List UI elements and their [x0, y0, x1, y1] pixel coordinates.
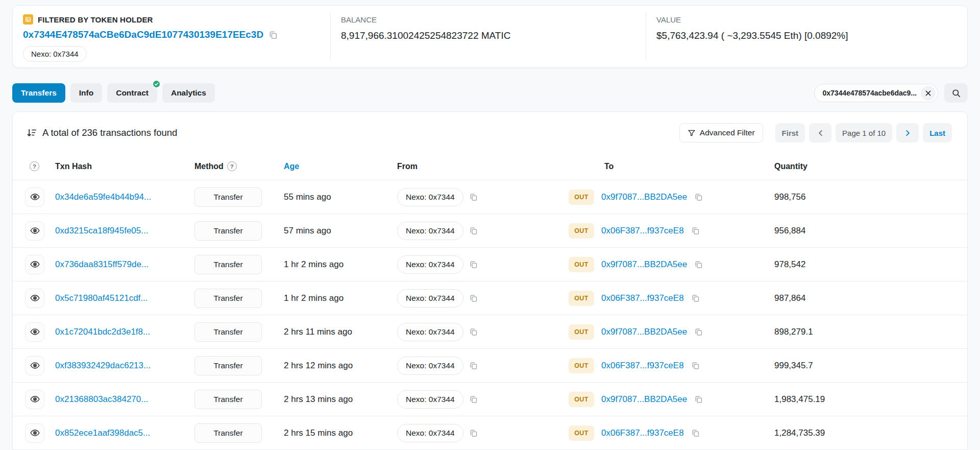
from-address-tag[interactable]: Nexo: 0x7344 [397, 323, 463, 341]
to-address-link[interactable]: 0x06F387...f937ceE8 [601, 361, 684, 371]
to-address-link[interactable]: 0x9f7087...BB2DA5ee [601, 259, 687, 270]
copy-icon [469, 193, 478, 201]
from-address-tag[interactable]: Nexo: 0x7344 [397, 357, 463, 375]
method-badge: Transfer [194, 356, 262, 375]
table-row: 0x5c71980af45121cdf... Transfer 1 hr 2 m… [13, 281, 967, 315]
age-value: 1 hr 2 mins ago [284, 259, 344, 269]
next-page-button[interactable] [896, 123, 919, 143]
eye-button[interactable] [25, 289, 44, 308]
quantity-value: 998,756 [774, 192, 805, 202]
help-icon[interactable]: ? [227, 161, 237, 171]
copy-from-button[interactable] [469, 193, 478, 201]
balance-label: BALANCE [341, 15, 635, 24]
to-address-link[interactable]: 0x06F387...f937ceE8 [601, 226, 684, 236]
header-method: Method [194, 162, 224, 171]
txn-hash-link[interactable]: 0x736daa8315ff579de... [55, 259, 149, 269]
eye-icon [30, 326, 40, 337]
eye-icon [30, 360, 40, 371]
eye-button[interactable] [25, 187, 44, 207]
to-address-link[interactable]: 0x9f7087...BB2DA5ee [601, 394, 687, 405]
to-address-link[interactable]: 0x9f7087...BB2DA5ee [601, 327, 687, 337]
to-address-link[interactable]: 0x9f7087...BB2DA5ee [601, 192, 687, 202]
copy-to-button[interactable] [691, 294, 700, 302]
copy-icon [694, 395, 703, 404]
txn-hash-link[interactable]: 0x852ece1aaf398dac5... [55, 428, 150, 438]
to-address-link[interactable]: 0x06F387...f937ceE8 [601, 293, 684, 303]
txn-hash-link[interactable]: 0xd3215ca18f945fe05... [55, 226, 148, 235]
token-holder-icon [23, 14, 33, 25]
direction-badge: OUT [569, 392, 594, 407]
eye-button[interactable] [25, 322, 44, 342]
copy-from-button[interactable] [469, 395, 478, 404]
txn-hash-link[interactable]: 0x34de6a59fe4b44b94... [55, 192, 151, 202]
copy-icon [469, 429, 478, 437]
from-address-tag[interactable]: Nexo: 0x7344 [397, 222, 463, 240]
tabs-row: Transfers Info Contract Analytics 0x7344… [12, 83, 968, 103]
quantity-value: 898,279.1 [774, 327, 813, 337]
first-page-button[interactable]: First [775, 123, 805, 143]
advanced-filter-button[interactable]: Advanced Filter [679, 123, 763, 143]
table-row: 0x736daa8315ff579de... Transfer 1 hr 2 m… [13, 248, 967, 281]
copy-from-button[interactable] [469, 429, 478, 437]
copy-to-button[interactable] [694, 260, 703, 269]
copy-icon [694, 193, 703, 201]
quantity-value: 1,284,735.39 [774, 428, 825, 438]
search-button[interactable] [944, 83, 968, 103]
chevron-right-icon [904, 130, 911, 136]
txn-hash-link[interactable]: 0x1c72041bdc2d3e1f8... [55, 327, 150, 337]
from-address-tag[interactable]: Nexo: 0x7344 [397, 390, 463, 409]
copy-to-button[interactable] [694, 327, 703, 336]
table-row: 0x852ece1aaf398dac5... Transfer 2 hrs 15… [13, 416, 967, 450]
to-address-link[interactable]: 0x06F387...f937ceE8 [601, 428, 684, 438]
copy-icon [694, 260, 703, 269]
age-value: 55 mins ago [284, 192, 331, 202]
tab-contract[interactable]: Contract [107, 83, 157, 103]
copy-to-button[interactable] [691, 226, 700, 235]
prev-page-button[interactable] [809, 123, 831, 143]
eye-button[interactable] [25, 255, 44, 274]
eye-button[interactable] [25, 356, 44, 375]
table-toolbar: A total of 236 transactions found Advanc… [13, 112, 967, 153]
copy-to-button[interactable] [691, 429, 700, 437]
txn-hash-link[interactable]: 0xf383932429dac6213... [55, 361, 151, 370]
header-age[interactable]: Age [284, 162, 397, 171]
table-body: 0x34de6a59fe4b44b94... Transfer 55 mins … [13, 180, 967, 450]
eye-button[interactable] [25, 390, 44, 409]
copy-from-button[interactable] [469, 327, 478, 336]
filter-label: FILTERED BY TOKEN HOLDER [38, 15, 153, 24]
copy-icon [691, 294, 700, 302]
eye-button[interactable] [25, 423, 44, 443]
copy-icon [691, 226, 700, 235]
method-badge: Transfer [194, 289, 262, 308]
search-filter-chip[interactable]: 0x7344e478574acbe6dac9... [814, 84, 939, 102]
from-address-tag[interactable]: Nexo: 0x7344 [397, 424, 463, 442]
table-row: 0x34de6a59fe4b44b94... Transfer 55 mins … [13, 180, 967, 214]
copy-to-button[interactable] [694, 193, 703, 201]
copy-from-button[interactable] [469, 260, 478, 269]
from-address-tag[interactable]: Nexo: 0x7344 [397, 255, 463, 274]
help-icon[interactable]: ? [30, 161, 39, 171]
txn-hash-link[interactable]: 0x5c71980af45121cdf... [55, 293, 148, 303]
from-address-tag[interactable]: Nexo: 0x7344 [397, 188, 463, 206]
copy-from-button[interactable] [469, 361, 478, 370]
last-page-button[interactable]: Last [923, 123, 952, 143]
tab-transfers[interactable]: Transfers [12, 83, 65, 103]
quantity-value: 956,884 [774, 226, 805, 235]
tab-analytics[interactable]: Analytics [162, 83, 215, 103]
copy-to-button[interactable] [691, 361, 700, 370]
copy-to-button[interactable] [694, 395, 703, 404]
from-address-tag[interactable]: Nexo: 0x7344 [397, 289, 463, 307]
method-badge: Transfer [194, 255, 262, 274]
clear-filter-button[interactable] [921, 86, 935, 100]
txn-hash-link[interactable]: 0x21368803ac384270... [55, 394, 148, 404]
copy-from-button[interactable] [469, 226, 478, 235]
tab-info[interactable]: Info [70, 83, 102, 103]
copy-icon [469, 294, 478, 302]
copy-from-button[interactable] [469, 294, 478, 302]
token-holder-address-link[interactable]: 0x7344E478574aCBe6DaC9dE1077430139E17EEc… [23, 29, 263, 40]
table-header-row: ? Txn Hash Method ? Age From To Quantity [13, 153, 967, 180]
copy-address-button[interactable] [268, 30, 278, 39]
header-txn-hash: Txn Hash [55, 162, 194, 171]
eye-button[interactable] [25, 221, 44, 241]
address-tag[interactable]: Nexo: 0x7344 [23, 46, 87, 62]
